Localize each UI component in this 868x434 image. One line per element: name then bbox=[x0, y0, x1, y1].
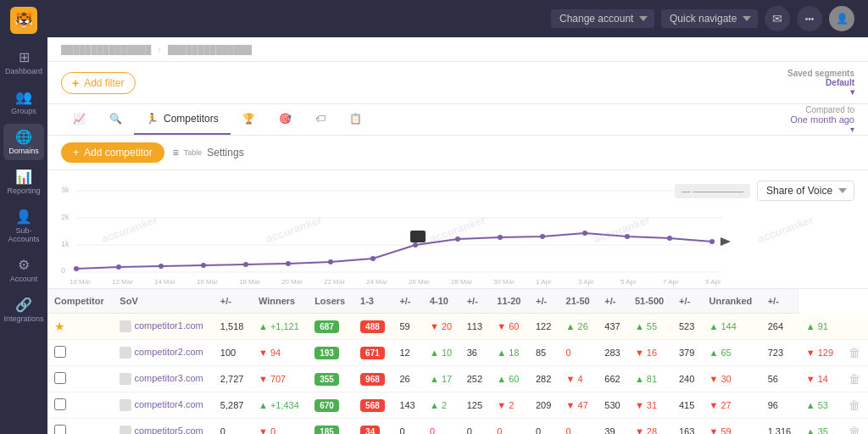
domain-name[interactable]: competitor5.com bbox=[134, 426, 203, 434]
domain-name[interactable]: competitor1.com bbox=[134, 320, 203, 331]
sidebar-item-subaccounts[interactable]: 👤 Sub-Accounts bbox=[3, 203, 44, 248]
segments-chevron[interactable]: ▾ bbox=[787, 87, 854, 97]
svg-text:26 Mar: 26 Mar bbox=[409, 278, 430, 286]
chart-header: — —————— Share of Voice bbox=[675, 181, 854, 201]
breadcrumb: ███████████████ › ██████████████ bbox=[47, 37, 868, 62]
losers-cell: 671 bbox=[353, 340, 392, 366]
row-checkbox-cell[interactable] bbox=[47, 392, 113, 419]
svg-text:28 Mar: 28 Mar bbox=[451, 278, 472, 286]
r21-50-change-cell: ▲ 81 bbox=[628, 366, 672, 392]
unranked-cell: 56 bbox=[761, 366, 799, 392]
unranked-cell: 723 bbox=[761, 340, 799, 366]
tab-competitors[interactable]: 🏃 Competitors bbox=[134, 104, 231, 135]
domain-name[interactable]: competitor3.com bbox=[134, 373, 203, 383]
domain-name[interactable]: competitor2.com bbox=[134, 347, 203, 357]
delete-icon[interactable]: 🗑 bbox=[849, 398, 860, 412]
dashboard-icon: ⊞ bbox=[19, 49, 30, 65]
line-chart: 3k 2k 1k 0 bbox=[61, 184, 756, 286]
r21-50-cell: 437 bbox=[598, 314, 628, 340]
sidebar-item-groups[interactable]: 👥 Groups bbox=[3, 84, 44, 120]
competitor-name-cell: competitor5.com bbox=[113, 419, 213, 435]
svg-point-20 bbox=[582, 231, 587, 236]
avatar-icon: 👤 bbox=[836, 13, 849, 25]
sidebar-item-dashboard[interactable]: ⊞ Dashboard bbox=[3, 44, 44, 81]
reporting-icon: 📊 bbox=[15, 169, 32, 185]
row-delete[interactable]: 🗑 bbox=[842, 419, 868, 435]
svg-point-16 bbox=[413, 242, 418, 248]
col-11-20-change: +/- bbox=[529, 289, 559, 314]
sidebar-item-label: Account bbox=[10, 275, 38, 283]
sov-cell: 5,287 bbox=[214, 392, 252, 419]
tab-search[interactable]: 🔍 bbox=[97, 104, 134, 135]
logo[interactable]: 🐯 bbox=[10, 7, 37, 34]
r11-20-change-cell: 0 bbox=[559, 340, 598, 366]
sidebar-item-reporting[interactable]: 📊 Reporting bbox=[3, 164, 44, 200]
compared-to-value[interactable]: One month ago bbox=[790, 114, 854, 125]
sidebar-item-label: Groups bbox=[11, 107, 36, 115]
unranked-change-cell: ▲ 91 bbox=[799, 314, 842, 340]
table-header-row: Competitor SoV +/- Winners Losers 1-3 +/… bbox=[47, 289, 868, 314]
sov-cell: 2,727 bbox=[214, 366, 252, 392]
losers-badge: 568 bbox=[360, 399, 385, 412]
sov-cell: 0 bbox=[214, 419, 252, 435]
r51-500-cell: 240 bbox=[672, 366, 703, 392]
row-checkbox-cell[interactable] bbox=[47, 366, 113, 392]
r21-50-change-cell: ▼ 31 bbox=[628, 392, 672, 419]
saved-segments-value[interactable]: Default bbox=[787, 78, 854, 87]
svg-text:18 Mar: 18 Mar bbox=[239, 278, 260, 286]
row-checkbox-cell[interactable] bbox=[47, 340, 113, 366]
tab-clipboard[interactable]: 📋 bbox=[337, 104, 374, 135]
dots-button[interactable]: ••• bbox=[797, 6, 822, 31]
tab-tag[interactable]: 🏷 bbox=[303, 104, 337, 135]
delete-icon[interactable]: 🗑 bbox=[849, 425, 860, 434]
breadcrumb-part1: ███████████████ bbox=[61, 45, 151, 54]
table-settings-button[interactable]: ≡ Table Settings bbox=[173, 147, 244, 159]
tab-target[interactable]: 🎯 bbox=[267, 104, 303, 135]
svg-point-19 bbox=[540, 234, 545, 239]
col-4-10-change: +/- bbox=[460, 289, 491, 314]
tab-trophy[interactable]: 🏆 bbox=[231, 104, 267, 135]
compared-to-label: Compared to bbox=[790, 105, 854, 114]
svg-text:1k: 1k bbox=[61, 240, 70, 248]
r21-50-cell: 39 bbox=[598, 419, 628, 435]
search-icon: 🔍 bbox=[109, 113, 122, 125]
col-sov: SoV bbox=[113, 289, 213, 314]
mail-button[interactable]: ✉ bbox=[765, 6, 790, 31]
winners-badge: 355 bbox=[314, 373, 339, 386]
r11-20-change-cell: ▼ 4 bbox=[559, 366, 598, 392]
r51-500-change-cell: ▼ 27 bbox=[703, 392, 761, 419]
delete-icon[interactable]: 🗑 bbox=[849, 372, 860, 386]
sidebar-item-integrations[interactable]: 🔗 Integrations bbox=[3, 292, 44, 328]
r4-10-cell: 36 bbox=[460, 340, 491, 366]
r21-50-cell: 283 bbox=[598, 340, 628, 366]
delete-icon[interactable]: 🗑 bbox=[849, 346, 860, 359]
add-competitor-button[interactable]: + Add competitor bbox=[61, 142, 164, 163]
sidebar-item-account[interactable]: ⚙ Account bbox=[3, 252, 44, 288]
sidebar-item-domains[interactable]: 🌐 Domains bbox=[3, 124, 44, 160]
r4-10-change-cell: 0 bbox=[490, 419, 529, 435]
row-delete[interactable]: 🗑 bbox=[842, 392, 868, 419]
change-account-select[interactable]: Change account bbox=[551, 9, 654, 28]
winners-badge: 687 bbox=[314, 320, 339, 333]
quick-navigate-select[interactable]: Quick navigate bbox=[661, 9, 758, 28]
plus-icon: + bbox=[72, 76, 79, 90]
svg-rect-25 bbox=[410, 231, 426, 242]
favicon bbox=[120, 399, 131, 411]
integrations-icon: 🔗 bbox=[15, 297, 32, 313]
row-delete[interactable]: 🗑 bbox=[842, 340, 868, 366]
losers-badge: 488 bbox=[360, 320, 385, 333]
tab-rankings[interactable]: 📈 bbox=[61, 104, 97, 135]
r51-500-cell: 379 bbox=[672, 340, 703, 366]
losers-cell: 34 bbox=[353, 419, 392, 435]
row-delete[interactable]: 🗑 bbox=[842, 366, 868, 392]
compared-chevron[interactable]: ▾ bbox=[790, 125, 854, 134]
add-filter-button[interactable]: + Add filter bbox=[61, 72, 136, 94]
domain-name[interactable]: competitor4.com bbox=[134, 399, 203, 409]
svg-text:3 Apr: 3 Apr bbox=[578, 278, 594, 286]
svg-point-23 bbox=[709, 239, 715, 244]
chart-metric-select[interactable]: Share of Voice bbox=[757, 181, 854, 201]
r1-3-cell: 26 bbox=[392, 366, 423, 392]
user-avatar[interactable]: 👤 bbox=[829, 6, 854, 31]
compared-to: Compared to One month ago ▾ bbox=[790, 105, 854, 134]
row-checkbox-cell[interactable] bbox=[47, 419, 113, 435]
